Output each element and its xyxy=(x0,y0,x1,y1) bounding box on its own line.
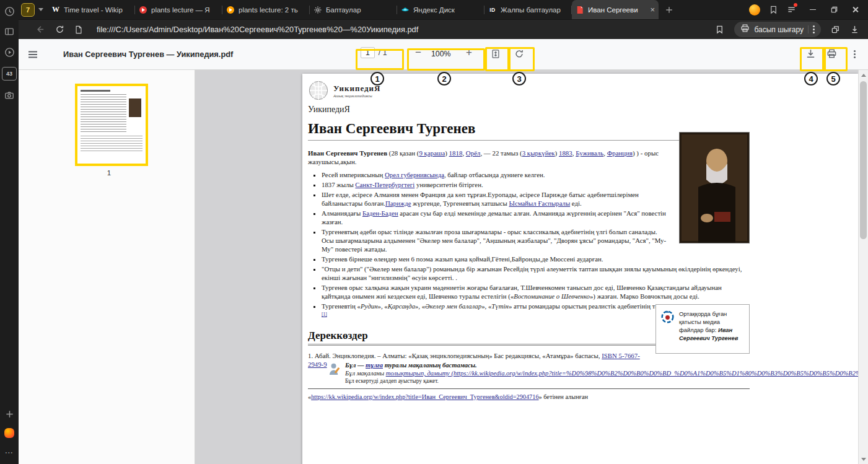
rotate-button[interactable] xyxy=(514,49,524,61)
wiki-link[interactable]: 3 қыркүйек xyxy=(522,149,555,157)
close-window-button[interactable] xyxy=(844,0,866,19)
page-count-label: / 1 xyxy=(379,48,387,57)
wiki-link[interactable]: тұлға xyxy=(366,362,383,369)
wikipedia-icon: W xyxy=(51,6,60,14)
pdf-viewer: УикипедиЯ Ашық энциклопедиясы УикипедиЯ … xyxy=(195,70,858,464)
open-in-app-icon[interactable] xyxy=(831,25,840,34)
text-run: "Отцы и дети" ("Әкелер мен балалар") ром… xyxy=(322,265,742,281)
tab-yandex-disk[interactable]: Яндекс Диск xyxy=(397,0,484,19)
bullet-item: Тургенев орыс халқына жақын украин мәден… xyxy=(322,283,750,300)
text-run: » бетінен алынған xyxy=(539,393,588,400)
tab-list-chevron-icon[interactable] xyxy=(37,6,45,14)
wiki-link[interactable]: Орел губерниясында xyxy=(385,171,444,178)
tab-yandex-id[interactable]: ID Жалпы баптаулар xyxy=(484,0,571,19)
bookmark-icon[interactable] xyxy=(715,25,724,34)
url-text[interactable]: file:///C:/Users/Admin/Desktop/Иван%20Се… xyxy=(97,25,418,34)
tab-close-icon[interactable]: × xyxy=(650,6,655,14)
wiki-link[interactable]: Орёл xyxy=(466,149,481,157)
page-file-icon[interactable] xyxy=(74,25,83,34)
tab-yandex-music[interactable]: plants lecture — Я xyxy=(135,0,222,19)
window-controls xyxy=(802,0,866,19)
print-menu-dots-icon[interactable] xyxy=(813,28,815,30)
wiki-link[interactable]: 9 қараша xyxy=(419,149,445,157)
text-run: Бұл мақаланы xyxy=(345,370,386,377)
menu-hamburger-icon[interactable] xyxy=(27,49,38,63)
tab-label: Баптаулар xyxy=(326,6,393,14)
text-run: университетін бітірген. xyxy=(414,181,483,188)
zoom-out-button[interactable]: − xyxy=(415,46,421,59)
profile-avatar[interactable] xyxy=(749,4,760,15)
extension-badge[interactable]: 43 xyxy=(2,67,17,81)
page-number-input[interactable]: 1 xyxy=(361,47,375,58)
tab-label: Time travel - Wikip xyxy=(64,6,131,14)
screenshot-icon[interactable] xyxy=(4,90,15,101)
tab-wikipedia[interactable]: W Time travel - Wikip xyxy=(48,0,134,19)
text-run: жүргенде, Тургеневтың хатшысы xyxy=(411,199,509,207)
text-run: Әкелер мен балалар xyxy=(425,302,481,310)
pdf-icon xyxy=(576,6,584,14)
text-run: туралы мақаланың бастамасы. xyxy=(383,362,477,369)
scroll-down-button[interactable] xyxy=(859,454,868,464)
wiki-link[interactable]: Парижде xyxy=(385,199,411,207)
text-run: Рудин xyxy=(361,302,378,310)
scroll-up-button[interactable] xyxy=(859,70,868,80)
notifications-icon[interactable] xyxy=(787,5,796,14)
more-options-icon[interactable] xyxy=(854,53,856,55)
thumbnail-panel: 1 xyxy=(19,70,195,464)
wiki-link[interactable]: [1] xyxy=(322,312,327,317)
zoom-in-button[interactable]: + xyxy=(466,46,472,59)
new-tab-button[interactable] xyxy=(662,3,676,17)
print-page-button[interactable]: басып шығару xyxy=(734,22,821,37)
restore-button[interactable] xyxy=(823,0,844,19)
tab-label: plants lecture: 2 ть xyxy=(239,6,305,14)
text-run: Иван Сергеевич Тургенев xyxy=(308,149,387,157)
vertical-scrollbar[interactable] xyxy=(858,70,868,464)
add-panel-button[interactable] xyxy=(4,408,15,419)
print-button[interactable] xyxy=(826,48,837,61)
wiki-logo-subtitle: Ашық энциклопедиясы xyxy=(333,94,381,98)
stub-line-2: Бұл мақаланы толықтырып, дамыту (https:/… xyxy=(345,369,858,377)
fit-page-button[interactable] xyxy=(491,49,501,61)
yandex-messenger-icon[interactable] xyxy=(4,427,15,439)
wikipedia-logo: УикипедиЯ Ашық энциклопедиясы xyxy=(308,80,750,101)
thumbnail-page-label: 1 xyxy=(75,169,143,177)
refresh-icon[interactable] xyxy=(55,25,64,34)
wiki-link[interactable]: https://kk.wikipedia.org/w/index.php?tit… xyxy=(311,393,538,400)
download-page-icon[interactable] xyxy=(850,25,859,34)
thumbnail-preview xyxy=(77,86,146,164)
wiki-header-text: УикипедиЯ xyxy=(308,105,750,115)
wiki-link[interactable]: Баден-Баден xyxy=(362,209,398,217)
tab-label: Жалпы баптаулар xyxy=(501,6,568,14)
wiki-link[interactable]: 1883 xyxy=(559,149,572,157)
wiki-link[interactable]: Санкт-Петербургтегі xyxy=(355,181,414,188)
bullet-item: Тургенев бірнеше өлеңдер мен 6 поэма жаз… xyxy=(322,255,750,263)
wiki-link[interactable]: Ысмайыл Ғаспыралы xyxy=(509,199,571,207)
tab-label: plants lecture — Я xyxy=(151,6,218,14)
more-panels-icon[interactable]: ⋯ xyxy=(4,447,15,458)
tab-pdf-active[interactable]: Иван Сергееви × xyxy=(572,0,659,19)
tab-settings[interactable]: Баптаулар xyxy=(310,0,397,19)
download-button[interactable] xyxy=(805,48,816,61)
tab-counter[interactable]: 7 xyxy=(21,3,35,17)
minimize-button[interactable] xyxy=(802,0,823,19)
wiki-link[interactable]: толықтырып, дамыту (https://kk.wikipedia… xyxy=(386,370,858,377)
page-thumbnail[interactable] xyxy=(75,84,148,166)
scroll-thumb[interactable] xyxy=(860,81,867,239)
video-player-icon[interactable] xyxy=(4,46,15,58)
collections-icon[interactable] xyxy=(769,5,778,14)
text-run: , — 22 тамыз ( xyxy=(480,149,522,157)
history-icon[interactable] xyxy=(4,6,15,17)
text-run: Тургеневтың әдеби орыс тілінде жазылған … xyxy=(322,228,666,253)
wiki-link[interactable]: 1818 xyxy=(449,149,463,157)
text-run: (28 қазан ( xyxy=(387,149,419,157)
sidebar-panels-icon[interactable] xyxy=(4,26,15,37)
text-run: , байлар отбасында дүниеге келген. xyxy=(444,171,545,178)
stub-line-1: Бұл — тұлға туралы мақаланың бастамасы. xyxy=(345,361,858,369)
tab-youtube[interactable]: plants lecture: 2 ть xyxy=(222,0,309,19)
text-run: Түтін xyxy=(491,302,509,310)
back-icon[interactable] xyxy=(35,24,45,35)
text-run: Қарсаңда xyxy=(388,302,415,310)
wiki-link[interactable]: Буживаль xyxy=(576,149,603,157)
wiki-link[interactable]: Франция xyxy=(607,149,633,157)
bullet-item: "Отцы и дети" ("Әкелер мен балалар") ром… xyxy=(322,265,750,282)
